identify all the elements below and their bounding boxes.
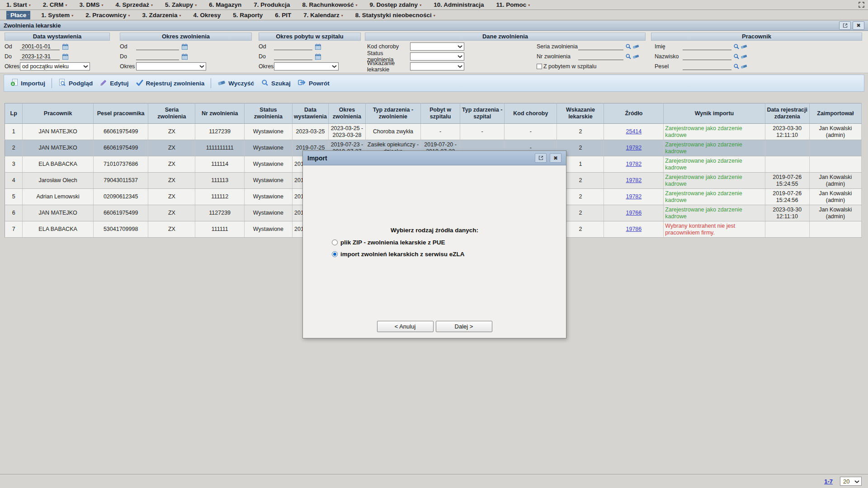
first-name-input[interactable] [683,43,731,50]
active-module-chip[interactable]: Płace [6,11,30,19]
module-item-1-system[interactable]: 1. System▾ [41,12,73,19]
toolbar-button-podglad[interactable]: Podgląd [55,77,96,89]
calendar-icon[interactable] [315,44,321,50]
menu-item-5-zakupy[interactable]: 5. Zakupy▾ [165,1,197,8]
clear-icon[interactable] [741,64,747,69]
hospital-from-input[interactable] [274,43,312,50]
hospital-stay-checkbox[interactable] [537,64,542,69]
pesel-input[interactable] [683,63,731,70]
disease-code-select[interactable] [410,42,464,51]
source-link[interactable]: 19766 [626,210,642,216]
calendar-icon[interactable] [62,54,68,60]
clear-icon[interactable] [632,44,639,49]
module-item-8-statystyki-nieobecnosci[interactable]: 8. Statystyki nieobecności▾ [355,12,435,19]
column-header-status-zwolnienia[interactable]: Status zwolnienia [245,103,292,124]
menu-item-10-administracja[interactable]: 10. Administracja [434,1,484,8]
close-panel-button[interactable]: ✖ [853,21,864,30]
search-icon[interactable] [733,53,740,60]
issue-to-input[interactable]: 2023-12-31 [20,53,60,60]
source-link[interactable]: 19786 [626,226,642,232]
toolbar-button-importuj[interactable]: Importuj [7,77,49,89]
leave-status-select[interactable] [410,52,464,61]
toolbar-button-wyczysc[interactable]: Wyczyść [214,78,258,89]
column-header-data-rejestracji-zdarzenia[interactable]: Data rejestracji zdarzenia [765,103,809,124]
toolbar-button-szukaj[interactable]: Szukaj [258,78,294,89]
issue-period-select[interactable]: od początku wieku [20,62,90,70]
dialog-option-1[interactable]: plik ZIP - zwolnienia lekarskie z PUE [332,236,465,248]
column-header-zaimportowa[interactable]: Zaimportował [809,103,861,124]
toolbar-button-edytuj[interactable]: Edytuj [96,78,132,89]
menu-item-7-produkcja[interactable]: 7. Produkcja [254,1,290,8]
leave-from-input[interactable] [136,43,179,50]
source-link[interactable]: 19782 [626,145,642,151]
hospital-to-input[interactable] [274,53,312,60]
module-item-2-pracownicy[interactable]: 2. Pracownicy▾ [85,12,130,19]
next-button[interactable]: Dalej > [436,321,492,332]
hospital-period-select[interactable] [274,62,339,70]
menu-item-6-magazyn[interactable]: 6. Magazyn [209,1,241,8]
column-header-kod-choroby[interactable]: Kod choroby [505,103,557,124]
module-item-3-zdarzenia[interactable]: 3. Zdarzenia▾ [142,12,181,19]
table-cell: ZX [148,124,195,140]
column-header-typ-zdarzenia-zwolnienie[interactable]: Typ zdarzenia - zwolnienie [365,103,421,124]
clear-icon[interactable] [741,44,747,49]
menu-item-11-pomoc[interactable]: 11. Pomoc▾ [496,1,530,8]
source-link[interactable]: 25414 [626,128,642,135]
column-header-okres-zwolnienia[interactable]: Okres zwolnienia [329,103,365,124]
page-size-select[interactable]: 20 [840,477,862,486]
calendar-icon[interactable] [315,54,321,60]
source-link[interactable]: 19782 [626,177,642,183]
toolbar-button-rejestruj-zwolnienia[interactable]: Rejestruj zwolnienia [132,78,208,89]
column-header-data-wystawienia[interactable]: Data wystawienia [292,103,328,124]
calendar-icon[interactable] [62,44,68,50]
clear-icon[interactable] [741,54,747,59]
medical-indication-select[interactable] [410,62,464,70]
popout-panel-button[interactable] [839,21,851,30]
menu-item-4-sprzedaz[interactable]: 4. Sprzedaż▾ [116,1,153,8]
fullscreen-icon[interactable] [859,2,864,8]
leave-to-input[interactable] [136,53,179,60]
leave-series-input[interactable] [578,43,623,50]
search-icon[interactable] [625,53,632,60]
column-header-pracownik[interactable]: Pracownik [23,103,93,124]
column-header-wskazanie-lekarskie[interactable]: Wskazanie lekarskie [557,103,604,124]
calendar-icon[interactable] [182,54,188,60]
menu-item-9-dostep-zdalny[interactable]: 9. Dostęp zdalny▾ [370,1,422,8]
module-item-7-kalendarz[interactable]: 7. Kalendarz▾ [303,12,343,19]
menu-item-2-crm[interactable]: 2. CRM▾ [43,1,67,8]
column-header-seria-zwolnienia[interactable]: Seria zwolnienia [148,103,195,124]
leave-number-input[interactable] [578,53,623,60]
menu-item-1-start[interactable]: 1. Start▾ [6,1,31,8]
menu-item-8-rachunkowosc[interactable]: 8. Rachunkowość▾ [302,1,358,8]
cancel-button[interactable]: < Anuluj [377,321,434,332]
dialog-option-2[interactable]: import zwolnień lekarskich z serwisu eZL… [332,248,465,260]
issue-from-input[interactable]: 2001-01-01 [20,43,60,50]
clear-icon[interactable] [632,54,639,59]
page-title: Zwolnienia lekarskie [4,22,61,29]
column-header-pobyt-w-szpitalu[interactable]: Pobyt w szpitalu [421,103,460,124]
column-header-typ-zdarzenia-szpital[interactable]: Typ zdarzenia - szpital [460,103,505,124]
column-header-pesel-pracownika[interactable]: Pesel pracownika [93,103,148,124]
leave-period-select[interactable] [136,62,206,70]
calendar-icon[interactable] [182,44,188,50]
column-header-zrod-o[interactable]: Źródło [604,103,664,124]
module-item-4-okresy[interactable]: 4. Okresy [193,12,221,19]
search-icon[interactable] [733,43,740,50]
section-title: Dane zwolnienia [365,33,646,41]
menu-item-3-dms[interactable]: 3. DMS▾ [80,1,104,8]
toolbar-button-powrot[interactable]: Powrót [294,78,333,89]
last-name-input[interactable] [683,53,731,60]
search-icon[interactable] [625,43,632,50]
source-link[interactable]: 19782 [626,161,642,167]
table-row[interactable]: 1JAN MATEJKO66061975499ZX1127239Wystawio… [5,124,862,140]
search-icon[interactable] [733,63,740,70]
source-link[interactable]: 19782 [626,193,642,200]
column-header-lp[interactable]: Lp [5,103,23,124]
record-range-link[interactable]: 1-7 [824,478,833,485]
column-header-nr-zwolnienia[interactable]: Nr zwolnienia [195,103,245,124]
column-header-wynik-importu[interactable]: Wynik importu [664,103,765,124]
dialog-close-button[interactable]: ✖ [550,153,561,163]
dialog-popout-button[interactable] [535,153,547,163]
module-item-6-pit[interactable]: 6. PIT [275,12,291,19]
module-item-5-raporty[interactable]: 5. Raporty [233,12,263,19]
